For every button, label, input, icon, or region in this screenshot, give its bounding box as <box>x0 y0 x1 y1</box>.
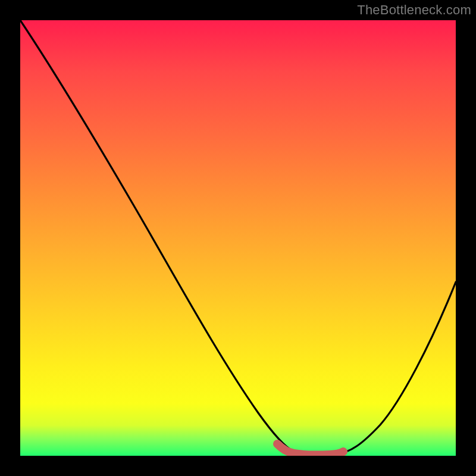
chart-frame: TheBottleneck.com <box>0 0 476 476</box>
plot-area <box>20 20 456 456</box>
watermark-text: TheBottleneck.com <box>357 2 471 18</box>
curve-layer <box>20 20 456 456</box>
bottleneck-curve <box>20 20 456 455</box>
valley-marker <box>277 444 343 455</box>
